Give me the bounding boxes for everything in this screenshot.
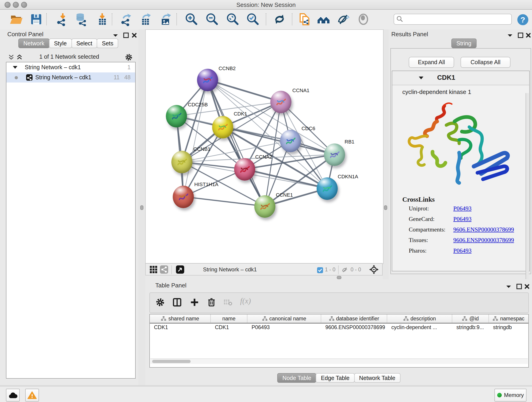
network-edge[interactable] bbox=[183, 197, 265, 206]
open-session-button[interactable] bbox=[9, 12, 23, 26]
import-network-from-database-button[interactable] bbox=[75, 12, 89, 26]
cloud-status-button[interactable] bbox=[6, 389, 20, 402]
column-header[interactable]: name bbox=[211, 314, 247, 323]
network-canvas[interactable]: CCNB2CCNA1CDC25BCDK1CDC6RB1CCNB1CCNA2CDK… bbox=[145, 29, 384, 264]
zoom-fit-button[interactable] bbox=[226, 12, 240, 26]
panel-collapse-icon[interactable] bbox=[507, 32, 514, 38]
import-table-button[interactable] bbox=[95, 12, 109, 26]
hidden-eye-icon[interactable] bbox=[341, 266, 349, 275]
export-network-button[interactable] bbox=[119, 12, 133, 26]
hide-selected-button[interactable] bbox=[337, 12, 351, 26]
zoom-out-button[interactable] bbox=[205, 12, 219, 26]
network-node-cdk1[interactable] bbox=[212, 116, 233, 138]
network-node-cdkn1a[interactable] bbox=[317, 177, 338, 200]
clone-network-button[interactable] bbox=[298, 12, 312, 26]
network-edge[interactable] bbox=[183, 80, 208, 197]
memory-button[interactable]: Memory bbox=[494, 389, 526, 402]
table-options-gear-icon[interactable] bbox=[155, 298, 165, 309]
panel-collapse-icon[interactable] bbox=[505, 283, 513, 289]
show-columns-icon[interactable] bbox=[172, 298, 182, 309]
splitter-handle[interactable] bbox=[337, 276, 341, 279]
crosslink-link[interactable]: 9606.ENSP00000378699 bbox=[453, 236, 514, 243]
panel-float-icon[interactable] bbox=[517, 32, 525, 38]
collapse-all-button[interactable]: Collapse All bbox=[461, 57, 510, 68]
crosslink-link[interactable]: P06493 bbox=[453, 216, 472, 222]
column-header[interactable]: shared name bbox=[150, 314, 211, 323]
left-splitter[interactable] bbox=[138, 29, 145, 386]
tab-network[interactable]: Network bbox=[18, 38, 50, 48]
network-node-ccnb1[interactable] bbox=[171, 151, 192, 173]
import-network-button[interactable] bbox=[55, 12, 69, 26]
first-neighbors-button[interactable] bbox=[317, 12, 330, 26]
refresh-button[interactable] bbox=[273, 12, 286, 26]
show-hidden-button[interactable] bbox=[356, 12, 370, 26]
save-session-button[interactable] bbox=[29, 12, 43, 26]
zoom-selected-button[interactable] bbox=[246, 12, 260, 26]
cell[interactable]: 9606.ENSP00000378699 bbox=[321, 324, 387, 332]
tab-network-table[interactable]: Network Table bbox=[354, 373, 400, 383]
network-node-ccne1[interactable] bbox=[254, 195, 275, 218]
warnings-button[interactable] bbox=[25, 389, 39, 402]
network-collection-row[interactable]: String Network – cdk1 1 bbox=[6, 62, 135, 72]
panel-float-icon[interactable] bbox=[123, 32, 130, 38]
column-header[interactable]: canonical name bbox=[247, 314, 321, 323]
table-row[interactable]: CDK1 CDK1 P06493 9606.ENSP00000378699 cy… bbox=[150, 324, 528, 332]
network-node-cdc25b[interactable] bbox=[166, 105, 187, 128]
network-node-ccnb2[interactable] bbox=[197, 69, 218, 91]
network-node-ccna1[interactable] bbox=[270, 91, 291, 113]
network-node-ccna2[interactable] bbox=[234, 158, 255, 181]
cell[interactable]: stringdb bbox=[489, 324, 528, 332]
crosslink-link[interactable]: P06493 bbox=[453, 247, 472, 254]
gene-section-header[interactable]: CDK1 bbox=[392, 71, 529, 85]
tab-style[interactable]: Style bbox=[49, 38, 72, 48]
crosslink-link[interactable]: P06493 bbox=[453, 205, 472, 212]
delete-column-trash-icon[interactable] bbox=[207, 298, 216, 309]
section-collapse-icon[interactable] bbox=[419, 77, 423, 79]
splitter-handle[interactable] bbox=[140, 205, 143, 210]
selected-checkbox-icon[interactable] bbox=[317, 267, 323, 275]
tab-string[interactable]: String bbox=[451, 38, 476, 48]
network-options-gear-icon[interactable] bbox=[125, 53, 133, 63]
tab-edge-table[interactable]: Edge Table bbox=[316, 373, 355, 383]
cell[interactable]: CDK1 bbox=[211, 324, 247, 332]
crosslink-link[interactable]: 9606.ENSP00000378699 bbox=[453, 226, 514, 233]
tab-select[interactable]: Select bbox=[71, 38, 97, 48]
grid-view-button[interactable] bbox=[149, 265, 158, 275]
birds-eye-toggle-button[interactable] bbox=[176, 265, 184, 275]
expand-all-button[interactable]: Expand All bbox=[409, 57, 454, 68]
panel-close-icon[interactable] bbox=[525, 32, 532, 38]
panel-close-icon[interactable] bbox=[524, 283, 531, 289]
horizontal-splitter[interactable] bbox=[145, 275, 383, 279]
network-badge-gray-icon[interactable] bbox=[160, 265, 168, 275]
network-edge[interactable] bbox=[208, 80, 265, 206]
cell[interactable]: cyclin-dependent ... bbox=[387, 324, 452, 332]
create-column-plus-icon[interactable] bbox=[190, 298, 199, 309]
zoom-in-button[interactable] bbox=[185, 12, 198, 26]
network-row-selected[interactable]: String Network – cdk1 11 48 bbox=[6, 72, 135, 83]
column-header[interactable]: @id bbox=[452, 314, 489, 323]
tab-sets[interactable]: Sets bbox=[97, 38, 119, 48]
network-node-rb1[interactable] bbox=[324, 143, 345, 166]
panel-float-icon[interactable] bbox=[516, 283, 523, 289]
fit-selected-crosshair-button[interactable] bbox=[369, 265, 379, 276]
panel-close-icon[interactable] bbox=[131, 32, 138, 38]
column-header[interactable]: database identifier bbox=[321, 314, 387, 323]
scrollbar-thumb[interactable] bbox=[152, 360, 191, 363]
tab-node-table[interactable]: Node Table bbox=[278, 373, 317, 383]
network-edge[interactable] bbox=[208, 80, 281, 102]
column-header[interactable]: description bbox=[387, 314, 452, 323]
cell[interactable]: P06493 bbox=[247, 324, 321, 332]
cell[interactable]: stringdb:9... bbox=[452, 324, 489, 332]
search-input[interactable] bbox=[394, 14, 512, 25]
column-header[interactable]: namespac bbox=[489, 314, 528, 323]
results-scrollbar[interactable] bbox=[526, 93, 529, 293]
splitter-handle[interactable] bbox=[384, 205, 387, 210]
cell[interactable]: CDK1 bbox=[150, 324, 211, 332]
export-image-button[interactable] bbox=[159, 12, 173, 26]
table-horizontal-scrollbar[interactable] bbox=[150, 358, 528, 364]
panel-collapse-icon[interactable] bbox=[112, 32, 120, 38]
network-node-hist1h1a[interactable] bbox=[173, 186, 194, 208]
help-button[interactable]: ? bbox=[516, 12, 528, 26]
network-node-cdc6[interactable] bbox=[280, 130, 301, 152]
export-table-button[interactable] bbox=[139, 12, 152, 26]
